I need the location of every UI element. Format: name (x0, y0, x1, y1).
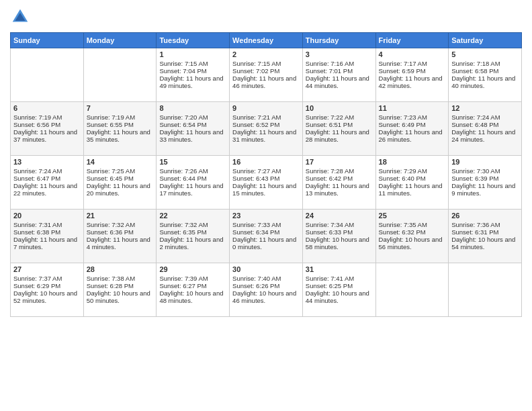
sunset-text: Sunset: 6:36 PM (87, 228, 154, 236)
sunset-text: Sunset: 7:01 PM (306, 67, 373, 75)
sunrise-text: Sunrise: 7:37 AM (13, 275, 81, 282)
calendar-cell: 17Sunrise: 7:28 AMSunset: 6:42 PMDayligh… (302, 156, 375, 210)
day-number: 9 (232, 104, 300, 112)
daylight-text: Daylight: 11 hours and 35 minutes. (87, 128, 154, 143)
sunset-text: Sunset: 7:04 PM (159, 67, 226, 75)
daylight-text: Daylight: 11 hours and 24 minutes. (451, 128, 519, 143)
sunrise-text: Sunrise: 7:24 AM (451, 113, 519, 121)
sunrise-text: Sunrise: 7:33 AM (232, 221, 300, 228)
day-number: 25 (379, 212, 446, 220)
sunset-text: Sunset: 6:45 PM (87, 175, 154, 182)
day-number: 14 (87, 158, 154, 166)
day-number: 21 (87, 212, 154, 220)
sunrise-text: Sunrise: 7:38 AM (87, 275, 154, 282)
day-number: 7 (87, 104, 154, 112)
daylight-text: Daylight: 11 hours and 20 minutes. (87, 182, 154, 197)
day-number: 8 (159, 104, 226, 112)
daylight-text: Daylight: 10 hours and 52 minutes. (13, 289, 81, 304)
weekday-row: SundayMondayTuesdayWednesdayThursdayFrid… (11, 33, 522, 48)
sunset-text: Sunset: 6:42 PM (306, 175, 373, 182)
sunrise-text: Sunrise: 7:32 AM (87, 221, 154, 228)
calendar-cell: 12Sunrise: 7:24 AMSunset: 6:48 PMDayligh… (449, 102, 522, 156)
daylight-text: Daylight: 11 hours and 15 minutes. (232, 182, 300, 197)
sunrise-text: Sunrise: 7:20 AM (159, 113, 226, 121)
calendar-week-row: 13Sunrise: 7:24 AMSunset: 6:47 PMDayligh… (11, 156, 522, 210)
sunset-text: Sunset: 6:47 PM (13, 175, 81, 182)
calendar-cell: 8Sunrise: 7:20 AMSunset: 6:54 PMDaylight… (157, 102, 230, 156)
daylight-text: Daylight: 10 hours and 54 minutes. (451, 236, 519, 250)
calendar-table: SundayMondayTuesdayWednesdayThursdayFrid… (10, 32, 522, 317)
weekday-header: Saturday (449, 33, 522, 48)
day-number: 1 (159, 50, 226, 58)
sunset-text: Sunset: 6:51 PM (306, 121, 373, 128)
sunrise-text: Sunrise: 7:31 AM (13, 221, 81, 228)
daylight-text: Daylight: 10 hours and 46 minutes. (232, 289, 300, 304)
sunset-text: Sunset: 6:38 PM (13, 228, 81, 236)
sunset-text: Sunset: 6:29 PM (13, 282, 81, 289)
calendar-cell: 21Sunrise: 7:32 AMSunset: 6:36 PMDayligh… (83, 210, 157, 263)
sunset-text: Sunset: 6:35 PM (159, 228, 226, 236)
daylight-text: Daylight: 10 hours and 58 minutes. (306, 236, 373, 250)
calendar-header: SundayMondayTuesdayWednesdayThursdayFrid… (11, 33, 522, 48)
calendar-week-row: 20Sunrise: 7:31 AMSunset: 6:38 PMDayligh… (11, 210, 522, 263)
calendar-cell: 28Sunrise: 7:38 AMSunset: 6:28 PMDayligh… (83, 263, 157, 317)
calendar-cell: 24Sunrise: 7:34 AMSunset: 6:33 PMDayligh… (302, 210, 375, 263)
sunrise-text: Sunrise: 7:28 AM (306, 167, 373, 175)
calendar-cell: 30Sunrise: 7:40 AMSunset: 6:26 PMDayligh… (230, 263, 303, 317)
day-number: 19 (451, 158, 519, 166)
sunrise-text: Sunrise: 7:26 AM (159, 167, 226, 175)
weekday-header: Sunday (11, 33, 84, 48)
sunset-text: Sunset: 6:44 PM (159, 175, 226, 182)
sunset-text: Sunset: 6:43 PM (232, 175, 300, 182)
calendar-cell: 7Sunrise: 7:19 AMSunset: 6:55 PMDaylight… (83, 102, 157, 156)
sunset-text: Sunset: 6:55 PM (87, 121, 154, 128)
day-number: 23 (232, 212, 300, 220)
sunrise-text: Sunrise: 7:34 AM (306, 221, 373, 228)
sunrise-text: Sunrise: 7:40 AM (232, 275, 300, 282)
day-number: 28 (87, 265, 154, 273)
daylight-text: Daylight: 11 hours and 37 minutes. (13, 128, 81, 143)
calendar-week-row: 6Sunrise: 7:19 AMSunset: 6:56 PMDaylight… (11, 102, 522, 156)
daylight-text: Daylight: 11 hours and 28 minutes. (306, 128, 373, 143)
calendar-cell: 27Sunrise: 7:37 AMSunset: 6:29 PMDayligh… (11, 263, 84, 317)
weekday-header: Friday (375, 33, 449, 48)
page-container: SundayMondayTuesdayWednesdayThursdayFrid… (0, 0, 532, 411)
day-number: 13 (13, 158, 81, 166)
sunset-text: Sunset: 6:40 PM (379, 175, 446, 182)
daylight-text: Daylight: 11 hours and 31 minutes. (232, 128, 300, 143)
day-number: 2 (232, 50, 300, 58)
calendar-cell: 3Sunrise: 7:16 AMSunset: 7:01 PMDaylight… (302, 48, 375, 102)
calendar-cell: 22Sunrise: 7:32 AMSunset: 6:35 PMDayligh… (157, 210, 230, 263)
day-number: 31 (306, 265, 373, 273)
sunset-text: Sunset: 6:48 PM (451, 121, 519, 128)
logo-icon (10, 7, 30, 27)
sunrise-text: Sunrise: 7:19 AM (87, 113, 154, 121)
sunset-text: Sunset: 6:52 PM (232, 121, 300, 128)
calendar-cell: 4Sunrise: 7:17 AMSunset: 6:59 PMDaylight… (375, 48, 449, 102)
logo (10, 7, 33, 27)
day-number: 11 (379, 104, 446, 112)
calendar-cell: 5Sunrise: 7:18 AMSunset: 6:58 PMDaylight… (449, 48, 522, 102)
sunrise-text: Sunrise: 7:17 AM (379, 60, 446, 67)
sunset-text: Sunset: 6:33 PM (306, 228, 373, 236)
daylight-text: Daylight: 11 hours and 7 minutes. (13, 236, 81, 250)
daylight-text: Daylight: 11 hours and 44 minutes. (306, 75, 373, 89)
calendar-cell: 14Sunrise: 7:25 AMSunset: 6:45 PMDayligh… (83, 156, 157, 210)
weekday-header: Tuesday (157, 33, 230, 48)
daylight-text: Daylight: 11 hours and 17 minutes. (159, 182, 226, 197)
sunrise-text: Sunrise: 7:23 AM (379, 113, 446, 121)
sunset-text: Sunset: 6:34 PM (232, 228, 300, 236)
sunset-text: Sunset: 7:02 PM (232, 67, 300, 75)
sunrise-text: Sunrise: 7:19 AM (13, 113, 81, 121)
weekday-header: Wednesday (230, 33, 303, 48)
day-number: 27 (13, 265, 81, 273)
sunset-text: Sunset: 6:56 PM (13, 121, 81, 128)
sunrise-text: Sunrise: 7:16 AM (306, 60, 373, 67)
calendar-cell: 18Sunrise: 7:29 AMSunset: 6:40 PMDayligh… (375, 156, 449, 210)
sunset-text: Sunset: 6:25 PM (306, 282, 373, 289)
daylight-text: Daylight: 11 hours and 33 minutes. (159, 128, 226, 143)
calendar-cell: 29Sunrise: 7:39 AMSunset: 6:27 PMDayligh… (157, 263, 230, 317)
daylight-text: Daylight: 11 hours and 13 minutes. (306, 182, 373, 197)
daylight-text: Daylight: 11 hours and 40 minutes. (451, 75, 519, 89)
calendar-cell: 10Sunrise: 7:22 AMSunset: 6:51 PMDayligh… (302, 102, 375, 156)
